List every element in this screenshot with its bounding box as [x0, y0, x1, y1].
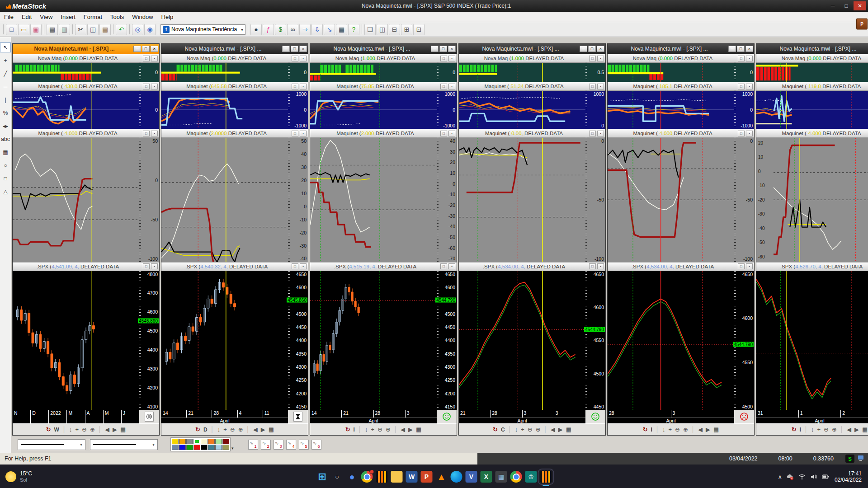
- scroll-right-icon[interactable]: ▶: [113, 426, 117, 433]
- volume-icon[interactable]: [810, 473, 817, 480]
- move-chart-icon[interactable]: +: [521, 426, 524, 433]
- maquinet2-chart[interactable]: [161, 138, 288, 262]
- vertical-line-tool[interactable]: |: [0, 95, 11, 105]
- zoom-out-icon[interactable]: ⊖: [82, 426, 87, 433]
- window-toolbar[interactable]: ↻ I │ ↕ + ⊖ ⊕ │ ◀ ▶ ▦: [756, 423, 868, 435]
- cascade-windows-icon[interactable]: ❏: [364, 24, 376, 35]
- color-swatch[interactable]: [193, 439, 200, 444]
- window-titlebar[interactable]: Nova Maquineta.mwl - [.SPX] ... ─ □ ×: [161, 44, 308, 54]
- novamaq-chart[interactable]: [459, 63, 585, 82]
- chart-window[interactable]: Nova Maquineta.mwl - [.SPX] ... ─ □ × No…: [12, 43, 160, 436]
- panel-close-button[interactable]: ×: [746, 84, 753, 89]
- search-button[interactable]: ○: [331, 471, 343, 483]
- panel-header-maquinet1[interactable]: Maquinet (-119.8 DELAYED DATA □ ×: [756, 82, 868, 91]
- vertical-scale-icon[interactable]: ↕: [365, 426, 368, 433]
- window-titlebar[interactable]: Nova Maquineta.mwl - [.SPX] ... ─ □ ×: [459, 44, 605, 54]
- menu-tools[interactable]: Tools: [106, 13, 128, 21]
- panel-restore-button[interactable]: □: [738, 56, 745, 61]
- save-icon[interactable]: ▣: [30, 24, 42, 35]
- chart-window[interactable]: Nova Maquineta.mwl - [.SPX] ... ─ □ × No…: [161, 43, 308, 436]
- chart-window[interactable]: Nova Maquineta.mwl - [.SPX] ... ─ □ × No…: [607, 43, 755, 436]
- panel-restore-button[interactable]: □: [440, 131, 447, 136]
- refresh-icon[interactable]: ↻: [345, 426, 350, 433]
- panel-header-novamaq[interactable]: Nova Maq (1.000 DELAYED DATA □ ×: [459, 54, 605, 63]
- scroll-right-icon[interactable]: ▶: [706, 426, 710, 433]
- maquinet2-chart[interactable]: [608, 138, 734, 262]
- panel-header-novamaq[interactable]: Nova Maq (0.000 DELAYED DATA □ ×: [161, 54, 308, 63]
- refresh-icon[interactable]: ↻: [195, 426, 200, 433]
- maquinet2-chart[interactable]: [459, 138, 585, 262]
- panel-restore-button[interactable]: □: [738, 84, 745, 89]
- pan-tool[interactable]: ◂▸: [0, 121, 11, 131]
- novamaq-chart[interactable]: [608, 63, 734, 82]
- onedrive-error-icon[interactable]: [787, 473, 794, 480]
- move-chart-icon[interactable]: +: [75, 426, 79, 433]
- panel-restore-button[interactable]: □: [143, 263, 150, 269]
- maquinet1-panel[interactable]: 0-1000: [756, 91, 868, 129]
- start-button[interactable]: ⊞: [316, 471, 328, 483]
- sc roll-left-icon[interactable]: ◀: [551, 426, 555, 433]
- panel-close-button[interactable]: ×: [151, 131, 158, 136]
- zoom-in-icon[interactable]: ⊕: [90, 426, 95, 433]
- download-icon[interactable]: ⇩: [311, 24, 323, 35]
- data-window-icon[interactable]: ▦: [120, 426, 126, 433]
- triangle-tool[interactable]: △: [0, 187, 11, 197]
- color-swatch[interactable]: [186, 445, 193, 450]
- wifi-icon[interactable]: [798, 473, 806, 480]
- vertical-scale-icon[interactable]: ↕: [69, 426, 72, 433]
- template-button-3[interactable]: 3: [274, 440, 283, 450]
- template-button-6[interactable]: 6: [311, 440, 321, 450]
- novamaq-chart[interactable]: [161, 63, 288, 82]
- rectangle-tool[interactable]: □: [0, 174, 11, 183]
- window-titlebar[interactable]: Nova Maquineta.mwl - [.SPX] ... ─ □ ×: [310, 44, 457, 54]
- color-swatch[interactable]: [193, 445, 200, 450]
- maquinet2-panel[interactable]: 0-50-100: [608, 138, 754, 262]
- panel-restore-button[interactable]: □: [292, 56, 298, 61]
- window-close-button[interactable]: ×: [745, 46, 753, 52]
- template-button-4[interactable]: 4: [286, 440, 296, 450]
- panel-close-button[interactable]: ×: [597, 56, 604, 61]
- app-titlebar[interactable]: MetaStock Nova Maquineta.mwl - [.SPX] S&…: [0, 0, 868, 12]
- window-minimize-button[interactable]: ─: [282, 46, 290, 52]
- sc roll-left-icon[interactable]: ◀: [401, 426, 405, 433]
- panel-close-button[interactable]: ×: [151, 56, 158, 61]
- template-button-5[interactable]: 5: [299, 440, 309, 450]
- panel-header-novamaq[interactable]: Nova Maq (1.000 DELAYED DATA □ ×: [310, 54, 457, 63]
- vertical-scale-icon[interactable]: ↕: [662, 426, 665, 433]
- color-swatch[interactable]: [172, 439, 179, 444]
- print-preview-icon[interactable]: ▥: [59, 24, 70, 35]
- window-maximize-button[interactable]: □: [291, 46, 298, 52]
- tray-chevron-icon[interactable]: ∧: [778, 474, 782, 480]
- date-axis[interactable]: 283 April: [608, 410, 754, 423]
- text-tool[interactable]: abc: [0, 134, 11, 144]
- chart-window[interactable]: Nova Maquineta.mwl - [.SPX] ... ─ □ × No…: [756, 43, 868, 436]
- color-swatch[interactable]: [208, 445, 215, 450]
- panel-restore-button[interactable]: □: [143, 131, 150, 136]
- panel-restore-button[interactable]: □: [440, 56, 447, 61]
- dollar-status-icon[interactable]: $: [845, 455, 854, 463]
- panel-close-button[interactable]: ×: [746, 56, 753, 61]
- panel-header-spx[interactable]: .SPX (4,534.00, 4, DELAYED DATA □ ×: [608, 262, 754, 271]
- calculator-icon[interactable]: ▦: [495, 471, 507, 483]
- menu-bar[interactable]: FileEditViewInsertFormatToolsWindowHelp: [0, 12, 868, 22]
- metastock-icon[interactable]: [540, 471, 552, 483]
- taskbar-clock[interactable]: 17:41 02/04/2022: [835, 470, 862, 483]
- maquinet2-panel[interactable]: 403020100-10-20-30-40-50-60-70: [310, 138, 457, 262]
- panel-close-button[interactable]: ×: [300, 84, 307, 89]
- window-maximize-button[interactable]: □: [439, 46, 447, 52]
- downloader-status-icon[interactable]: [857, 455, 864, 462]
- panel-restore-button[interactable]: □: [589, 263, 596, 269]
- data-window-icon[interactable]: ▦: [713, 426, 719, 433]
- panel-close-button[interactable]: ×: [448, 263, 455, 269]
- panel-header-maquinet1[interactable]: Maquinet (-430.0 DELAYED DATA □ ×: [13, 82, 159, 91]
- maquinet1-chart[interactable]: [161, 91, 288, 129]
- panel-header-maquinet1[interactable]: Maquinet (-51.34 DELAYED DATA □ ×: [459, 82, 605, 91]
- panel-header-novamaq[interactable]: Nova Maq (0.000 DELAYED DATA □ ×: [756, 54, 868, 63]
- new-icon[interactable]: □: [6, 24, 17, 35]
- panel-header-maquinet1[interactable]: Maquinet (645.58 DELAYED DATA □ ×: [161, 82, 308, 91]
- data-window-icon[interactable]: ▦: [269, 426, 274, 433]
- maquinet1-panel[interactable]: 10000-1000: [161, 91, 308, 129]
- main-toolbar[interactable]: P□▭▣▤▥✂◫▤↶◎◉fNova Maquineta Tendência▾●ƒ…: [0, 22, 868, 37]
- color-swatch[interactable]: [201, 445, 208, 450]
- panel-header-maquinet2[interactable]: Maquinet (-4.000 DELAYED DATA □ ×: [756, 129, 868, 138]
